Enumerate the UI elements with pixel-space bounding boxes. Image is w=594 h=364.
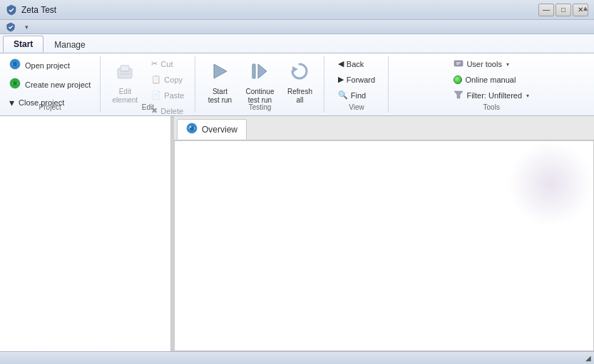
tab-start[interactable]: Start — [3, 36, 43, 53]
svg-marker-8 — [214, 64, 227, 78]
filter-dropdown-icon: ▾ — [526, 93, 529, 99]
svg-point-18 — [190, 126, 192, 128]
minimize-button[interactable]: — — [538, 4, 554, 16]
window-title: Zeta Test — [21, 5, 56, 15]
forward-button[interactable]: ▶ Forward — [333, 72, 380, 87]
svg-rect-5 — [121, 66, 129, 71]
quick-access-toolbar: ▾ — [0, 20, 594, 34]
cut-label: Cut — [160, 60, 173, 68]
edit-element-button[interactable]: Edit element — [106, 56, 143, 108]
user-tools-button[interactable]: User tools ▾ — [449, 56, 534, 72]
forward-label: Forward — [347, 76, 375, 84]
maximize-button[interactable]: □ — [555, 4, 571, 16]
start-test-run-button[interactable]: Starttest run — [201, 56, 238, 108]
refresh-all-label: Refreshall — [287, 88, 312, 105]
start-test-run-icon — [208, 60, 231, 86]
filter-label: Filter: Unfiltered — [466, 91, 522, 100]
start-test-run-label: Starttest run — [208, 88, 232, 105]
ribbon-collapse-button[interactable]: ▲ — [580, 3, 591, 13]
content-area — [174, 140, 594, 351]
create-project-icon — [9, 78, 21, 91]
edit-element-icon — [113, 60, 136, 86]
refresh-all-button[interactable]: Refreshall — [281, 56, 318, 108]
back-icon: ◀ — [338, 59, 344, 68]
quick-access-icon — [4, 21, 17, 33]
open-project-button[interactable]: Open project — [6, 56, 94, 74]
refresh-all-icon — [288, 60, 311, 86]
right-panel: Overview — [174, 116, 594, 351]
user-tools-label: User tools — [466, 60, 502, 68]
continue-test-run-label: Continuetest run — [245, 88, 274, 105]
cut-button[interactable]: ✂ Cut — [146, 56, 189, 71]
svg-point-3 — [13, 81, 17, 85]
continue-test-run-button[interactable]: Continuetest run — [241, 56, 278, 108]
quick-access-dropdown[interactable]: ▾ — [20, 21, 33, 33]
testing-group-content: Starttest run Continuetest run — [201, 56, 318, 121]
find-icon: 🔍 — [338, 90, 348, 100]
svg-marker-10 — [258, 64, 267, 78]
edit-group-content: Edit element ✂ Cut 📋 Copy 📄 Paste — [106, 56, 189, 131]
edit-group-label: Edit — [101, 103, 195, 111]
copy-button[interactable]: 📋 Copy — [146, 72, 189, 87]
ribbon-group-testing: Starttest run Continuetest run — [195, 56, 324, 113]
app-icon — [6, 4, 17, 16]
user-tools-dropdown-icon: ▾ — [506, 61, 509, 68]
testing-group-label: Testing — [195, 103, 324, 111]
title-bar: Zeta Test — □ ✕ — [0, 0, 594, 20]
back-button[interactable]: ◀ Back — [333, 56, 380, 71]
ribbon-group-view: ◀ Back ▶ Forward 🔍 Find View — [324, 56, 389, 113]
online-manual-button[interactable]: Online manual — [449, 73, 534, 86]
paste-icon: 📄 — [151, 90, 161, 100]
resize-handle-icon: ◢ — [585, 354, 591, 362]
back-label: Back — [347, 60, 364, 68]
create-new-project-button[interactable]: Create new project — [6, 76, 94, 93]
paste-button[interactable]: 📄 Paste — [146, 88, 189, 103]
online-manual-label: Online manual — [465, 76, 516, 84]
ribbon-tab-bar: Start Manage ▲ — [0, 34, 594, 53]
background-decoration — [508, 141, 593, 227]
ribbon-group-edit: Edit element ✂ Cut 📋 Copy 📄 Paste — [101, 56, 195, 113]
forward-icon: ▶ — [338, 75, 344, 84]
filter-button[interactable]: Filter: Unfiltered ▾ — [449, 88, 534, 103]
svg-rect-12 — [454, 61, 463, 66]
view-stack: ◀ Back ▶ Forward 🔍 Find — [333, 56, 380, 103]
overview-tab-label: Overview — [202, 125, 237, 135]
svg-rect-9 — [252, 64, 255, 78]
svg-rect-4 — [118, 68, 132, 78]
ribbon-content: Open project Create new project ▾ Close … — [0, 53, 594, 115]
find-label: Find — [351, 91, 366, 100]
ribbon: Start Manage ▲ Open project — [0, 34, 594, 116]
ribbon-group-tools: User tools ▾ Online manual Filter: Unfil… — [389, 56, 594, 113]
user-tools-icon — [454, 58, 464, 70]
create-new-project-label: Create new project — [25, 80, 91, 89]
online-manual-icon — [454, 76, 462, 84]
left-panel — [0, 116, 171, 351]
svg-point-1 — [13, 62, 17, 66]
cut-icon: ✂ — [151, 59, 158, 68]
filter-icon — [454, 90, 464, 101]
copy-label: Copy — [164, 76, 183, 84]
open-project-label: Open project — [25, 61, 70, 70]
svg-marker-15 — [454, 91, 463, 98]
open-project-icon — [9, 58, 21, 72]
copy-icon: 📋 — [151, 75, 161, 84]
tab-manage[interactable]: Manage — [43, 36, 96, 53]
tools-group-label: Tools — [389, 103, 594, 111]
view-group-label: View — [324, 103, 388, 111]
status-bar: ◢ — [0, 351, 594, 364]
continue-test-run-icon — [248, 60, 271, 86]
paste-label: Paste — [164, 91, 184, 100]
project-group-label: Project — [0, 103, 100, 111]
main-area: Overview — [0, 116, 594, 351]
edit-element-label: Edit element — [108, 88, 141, 105]
svg-marker-11 — [292, 66, 298, 73]
project-group-items: Open project Create new project ▾ Close … — [6, 56, 94, 123]
find-button[interactable]: 🔍 Find — [333, 88, 380, 103]
ribbon-group-project: Open project Create new project ▾ Close … — [0, 56, 101, 113]
